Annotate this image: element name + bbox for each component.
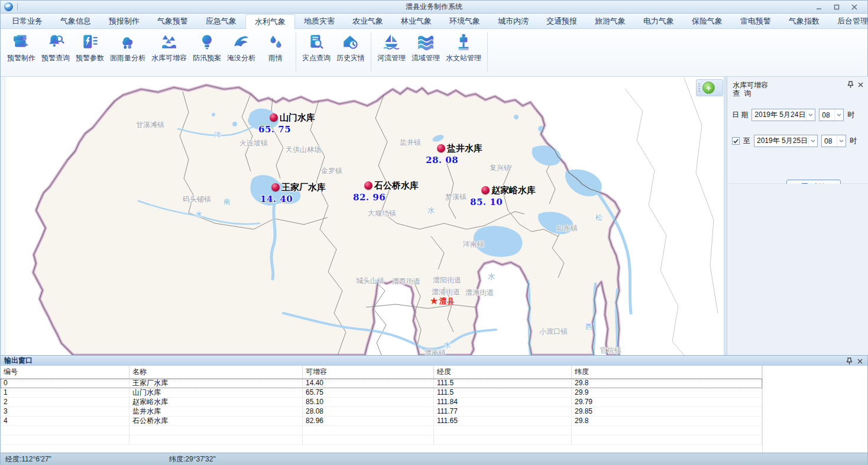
column-header-纬度[interactable]: 纬度 bbox=[572, 366, 762, 378]
menu-item-旅游气象[interactable]: 旅游气象 bbox=[586, 14, 634, 28]
hour-unit-label: 时 bbox=[847, 110, 854, 120]
tool-button-淹没分析[interactable]: 淹没分析 bbox=[224, 32, 258, 63]
reservoir-marker-王家厂水库[interactable] bbox=[271, 183, 280, 191]
tool-button-灾点查询[interactable]: 灾点查询 bbox=[299, 32, 333, 63]
table-cell: 3 bbox=[1, 407, 129, 416]
table-cell: 29.9 bbox=[572, 388, 762, 397]
menu-item-后台管理[interactable]: 后台管理 bbox=[828, 14, 868, 28]
tool-button-水库可增容[interactable]: 水库可增容 bbox=[148, 32, 190, 63]
close-button[interactable] bbox=[850, 3, 859, 11]
column-header-可增容[interactable]: 可增容 bbox=[303, 366, 434, 378]
to-checkbox[interactable] bbox=[732, 137, 740, 145]
tool-button-流域管理[interactable]: 流域管理 bbox=[409, 32, 443, 63]
cloud-rain-icon bbox=[118, 32, 137, 51]
menu-item-水利气象[interactable]: 水利气象 bbox=[245, 14, 295, 29]
reservoir-marker-赵家峪水库[interactable] bbox=[481, 186, 490, 194]
menu-item-气象预警[interactable]: 气象预警 bbox=[148, 14, 197, 28]
map-area[interactable]: 甘溪滩镇火连坡镇天供山林场金罗镇盐井镇复兴镇梦溪镇码头铺镇大堰垱镇涔南镇城头山镇… bbox=[5, 77, 724, 355]
close-icon[interactable] bbox=[857, 357, 863, 366]
column-header-经度[interactable]: 经度 bbox=[434, 366, 572, 378]
table-cell: 111.84 bbox=[434, 398, 572, 407]
menu-item-地质灾害[interactable]: 地质灾害 bbox=[295, 14, 344, 28]
end-hour-select[interactable]: 08 bbox=[821, 135, 846, 147]
table-cell bbox=[434, 435, 572, 444]
table-cell bbox=[129, 426, 303, 435]
output-header: 输出窗口 bbox=[1, 355, 867, 366]
tool-button-雨情[interactable]: 雨情 bbox=[258, 32, 293, 63]
zoom-in-button[interactable]: + bbox=[702, 82, 715, 94]
menu-item-环境气象[interactable]: 环境气象 bbox=[441, 14, 489, 28]
toolbar: 预警制作预警查询预警参数面雨量分析水库可增容防汛预案淹没分析雨情灾点查询历史灾情… bbox=[1, 29, 867, 77]
toolbar-separator bbox=[296, 32, 296, 71]
column-header-编号[interactable]: 编号 bbox=[1, 366, 129, 378]
pin-icon[interactable] bbox=[847, 81, 853, 90]
warning-params-icon bbox=[80, 32, 99, 51]
query-form: 日 期 2019年 5月24日 08 时 至 2019年 5月2 bbox=[727, 99, 868, 184]
menu-item-日常业务[interactable]: 日常业务 bbox=[3, 14, 51, 28]
output-row-1[interactable]: 1山门水库65.75111.529.9 bbox=[1, 388, 762, 398]
menu-bar: 日常业务气象信息预报制作气象预警应急气象水利气象地质灾害农业气象林业气象环境气象… bbox=[1, 14, 867, 29]
table-body: 0王家厂水库14.40111.529.81山门水库65.75111.529.92… bbox=[1, 379, 867, 445]
menu-item-气象指数[interactable]: 气象指数 bbox=[780, 14, 828, 28]
menu-item-电力气象[interactable]: 电力气象 bbox=[634, 14, 683, 28]
output-row-0[interactable]: 0王家厂水库14.40111.529.8 bbox=[1, 379, 762, 388]
reservoir-marker-盐井水库[interactable] bbox=[437, 144, 445, 152]
tool-button-label: 预警制作 bbox=[7, 53, 35, 63]
date-label: 日 期 bbox=[732, 110, 748, 120]
table-cell bbox=[572, 435, 762, 444]
menu-item-雷电预警[interactable]: 雷电预警 bbox=[731, 14, 780, 28]
tool-button-水文站管理[interactable]: 水文站管理 bbox=[443, 32, 484, 63]
close-icon[interactable] bbox=[858, 81, 863, 89]
table-cell: 石公桥水库 bbox=[129, 417, 303, 425]
output-row-4[interactable]: 4石公桥水库82.96111.6529.8 bbox=[1, 417, 762, 426]
menu-item-应急气象[interactable]: 应急气象 bbox=[197, 14, 245, 28]
chevron-down-icon bbox=[834, 109, 843, 121]
tool-button-防汛预案[interactable]: 防汛预案 bbox=[190, 32, 224, 63]
tool-button-预警制作[interactable]: 预警制作 bbox=[4, 32, 38, 63]
minimize-button[interactable] bbox=[814, 3, 824, 11]
drag-handle-icon[interactable] bbox=[698, 83, 700, 93]
reservoir-marker-石公桥水库[interactable] bbox=[364, 181, 373, 190]
menu-item-预报制作[interactable]: 预报制作 bbox=[100, 14, 148, 28]
output-row-2[interactable]: 2赵家峪水库85.10111.8429.79 bbox=[1, 398, 762, 407]
output-row-empty bbox=[1, 426, 762, 435]
bell-search-icon bbox=[46, 32, 65, 51]
table-cell bbox=[303, 426, 434, 435]
tool-button-预警参数[interactable]: 预警参数 bbox=[73, 32, 107, 63]
table-cell: 王家厂水库 bbox=[129, 379, 303, 388]
tool-button-面雨量分析[interactable]: 面雨量分析 bbox=[107, 32, 148, 63]
table-cell: 111.5 bbox=[434, 388, 572, 397]
tool-button-label: 流域管理 bbox=[412, 53, 440, 63]
reservoir-marker-山门水库[interactable] bbox=[270, 113, 278, 122]
table-cell: 82.96 bbox=[303, 417, 434, 425]
menu-item-农业气象[interactable]: 农业气象 bbox=[344, 14, 392, 28]
reservoir-query-panel: 水库可增容 查 询 日 期 2019年 5月24日 08 时 bbox=[727, 77, 868, 355]
table-cell: 111.77 bbox=[434, 407, 572, 416]
end-date-select[interactable]: 2019年 5月25日 bbox=[754, 135, 818, 147]
tool-button-历史灾情[interactable]: 历史灾情 bbox=[333, 32, 368, 63]
tool-button-河流管理[interactable]: 河流管理 bbox=[374, 32, 409, 63]
menu-item-林业气象[interactable]: 林业气象 bbox=[392, 14, 441, 28]
start-date-select[interactable]: 2019年 5月24日 bbox=[752, 109, 815, 121]
status-bar: 经度:112°6'27" 纬度:29°37'32" bbox=[1, 453, 867, 465]
table-cell: 山门水库 bbox=[129, 388, 303, 397]
restore-button[interactable] bbox=[832, 3, 841, 11]
tool-button-预警查询[interactable]: 预警查询 bbox=[38, 32, 73, 63]
table-header: 编号名称可增容经度纬度 bbox=[1, 366, 762, 379]
left-gutter bbox=[1, 77, 5, 355]
column-divider bbox=[762, 366, 763, 453]
menu-item-气象信息[interactable]: 气象信息 bbox=[51, 14, 100, 28]
column-header-名称[interactable]: 名称 bbox=[129, 366, 303, 378]
output-row-3[interactable]: 3盐井水库28.08111.7729.85 bbox=[1, 407, 762, 417]
tool-button-label: 灾点查询 bbox=[302, 53, 331, 63]
menu-item-交通预报[interactable]: 交通预报 bbox=[537, 14, 586, 28]
window-controls bbox=[814, 3, 864, 11]
table-cell: 29.8 bbox=[572, 417, 762, 425]
menu-item-保险气象[interactable]: 保险气象 bbox=[683, 14, 731, 28]
menu-item-城市内涝[interactable]: 城市内涝 bbox=[489, 14, 537, 28]
table-cell: 14.40 bbox=[303, 379, 434, 388]
tool-button-label: 预警参数 bbox=[76, 53, 104, 63]
disaster-search-icon bbox=[307, 32, 326, 51]
output-title: 输出窗口 bbox=[4, 356, 33, 366]
start-hour-select[interactable]: 08 bbox=[819, 109, 844, 121]
